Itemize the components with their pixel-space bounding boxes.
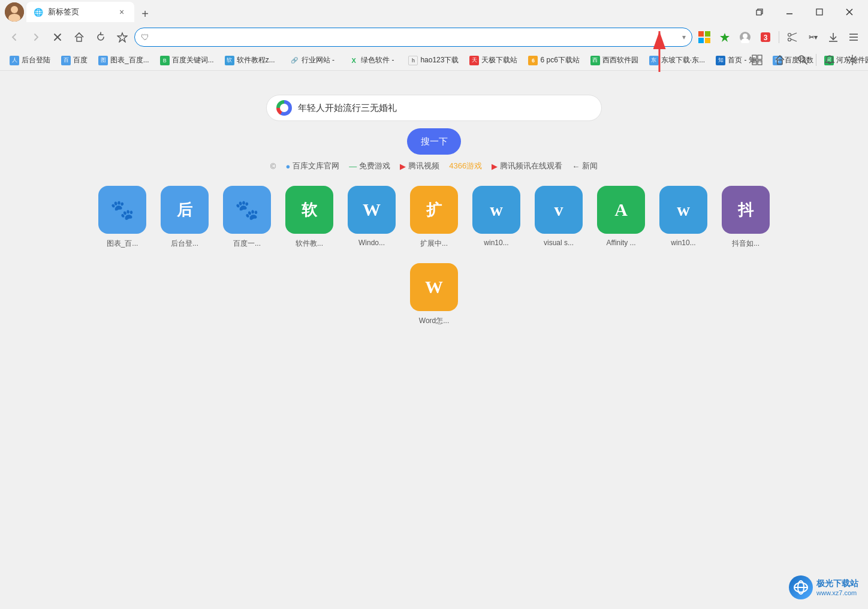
stop-reload-button[interactable] bbox=[48, 28, 67, 47]
search-top-button[interactable] bbox=[793, 50, 812, 70]
bookmark-tianji-label: 天极下载站 bbox=[481, 55, 517, 65]
quick-icon-windows: W bbox=[348, 186, 396, 234]
notifications-button[interactable] bbox=[820, 50, 839, 70]
download-button[interactable] bbox=[824, 28, 843, 47]
bookmark-baidu-kw[interactable]: B 百度关键词... bbox=[155, 53, 219, 67]
bookmark-hao123[interactable]: h hao123下载 bbox=[403, 53, 463, 67]
refresh-button[interactable] bbox=[91, 28, 110, 47]
bookmark-baidu-label: 百度 bbox=[73, 55, 88, 65]
quick-item-vscode[interactable]: v visual s... bbox=[535, 186, 583, 249]
quick-label-vscode: visual s... bbox=[544, 239, 574, 247]
menu-button[interactable] bbox=[844, 28, 863, 47]
scissors-button[interactable] bbox=[783, 28, 802, 47]
bookmark-baidu-icon: 百 bbox=[61, 56, 71, 65]
new-tab-button[interactable]: + bbox=[137, 5, 153, 22]
svg-rect-12 bbox=[698, 31, 704, 37]
quick-item-baidu[interactable]: 🐾 百度一... bbox=[223, 186, 271, 249]
back-button[interactable] bbox=[5, 28, 24, 47]
forward-button[interactable] bbox=[26, 28, 46, 47]
svg-point-23 bbox=[788, 38, 791, 41]
bookmark-dongpo[interactable]: 东 东坡下载·东... bbox=[644, 53, 710, 67]
bookmark-industry[interactable]: 🔗 行业网站 - bbox=[285, 53, 339, 67]
bookmark-pc6[interactable]: 6 6 pc6下载站 bbox=[523, 53, 584, 67]
bookmark-green[interactable]: X 绿色软件 - bbox=[344, 53, 399, 67]
tab-title: 新标签页 bbox=[48, 7, 111, 17]
restore-button[interactable] bbox=[746, 2, 773, 22]
quick-label-win10b: win10... bbox=[671, 239, 695, 247]
quick-label-word: Word怎... bbox=[419, 316, 449, 326]
svg-rect-10 bbox=[77, 37, 82, 41]
browser-window: 🌐 新标签页 × + bbox=[0, 0, 868, 609]
search-link-tencent-label: 腾讯视频 bbox=[408, 161, 439, 171]
svg-line-25 bbox=[791, 39, 797, 41]
home-button[interactable] bbox=[70, 28, 89, 47]
search-input[interactable] bbox=[298, 103, 592, 113]
quick-item-windows[interactable]: W Windo... bbox=[348, 186, 396, 249]
quick-icon-baidu: 🐾 bbox=[223, 186, 271, 234]
quick-label-win10a: win10... bbox=[484, 239, 508, 247]
3d-icon-button[interactable]: 3 bbox=[756, 28, 775, 47]
search-link-tencent-news[interactable]: ▶ 腾讯频讯在线观看 bbox=[492, 161, 562, 171]
address-dropdown-icon[interactable]: ▾ bbox=[682, 33, 686, 41]
search-box bbox=[266, 95, 602, 121]
quick-item-win10a[interactable]: w win10... bbox=[472, 186, 520, 249]
top-right-action-bar bbox=[748, 50, 862, 70]
search-link-4366-label: 4366游戏 bbox=[449, 161, 482, 171]
quick-item-ruanjian[interactable]: 软 软件教... bbox=[285, 186, 333, 249]
bookmark-star-button[interactable] bbox=[715, 28, 734, 47]
bookmarks-bar: 人 后台登陆 百 百度 图 图表_百度... B 百度关键词... 软 软件教程… bbox=[0, 50, 868, 71]
watermark-url: www.xz7.com bbox=[816, 589, 858, 596]
bookmark-tianji-icon: 天 bbox=[469, 56, 479, 65]
search-link-prefix: © bbox=[270, 162, 276, 171]
search-link-news[interactable]: ← 新闻 bbox=[572, 161, 598, 171]
quick-item-affinity[interactable]: A Affinity ... bbox=[597, 186, 645, 249]
quick-item-tubiao[interactable]: 🐾 图表_百... bbox=[98, 186, 146, 249]
search-engine-logo-inner bbox=[280, 104, 288, 112]
minimize-button[interactable] bbox=[776, 2, 803, 22]
search-link-game[interactable]: — 免费游戏 bbox=[349, 161, 390, 171]
bookmark-tubiao[interactable]: 图 图表_百度... bbox=[94, 53, 154, 67]
bookmark-zhihu-icon: 知 bbox=[716, 56, 725, 65]
title-bar: 🌐 新标签页 × + bbox=[0, 0, 868, 24]
favorite-button[interactable] bbox=[113, 28, 132, 47]
address-bar[interactable]: 🛡 ▾ bbox=[134, 28, 692, 47]
quick-item-word[interactable]: W Word怎... bbox=[410, 263, 458, 326]
quick-icon-houtai-symbol: 后 bbox=[177, 200, 192, 221]
quick-label-windows: Windo... bbox=[358, 239, 385, 247]
user-avatar-button[interactable] bbox=[736, 28, 755, 47]
search-link-baiku-label: 百库文库官网 bbox=[293, 161, 339, 171]
bookmark-houtai[interactable]: 人 后台登陆 bbox=[5, 53, 55, 67]
quick-item-houtai[interactable]: 后 后台登... bbox=[161, 186, 209, 249]
quick-item-extensions[interactable]: 扩 扩展中... bbox=[410, 186, 458, 249]
bookmark-houtai-label: 后台登陆 bbox=[22, 55, 50, 65]
quick-icon-tubiao: 🐾 bbox=[98, 186, 146, 234]
quick-label-ruanjian: 软件教... bbox=[296, 239, 323, 249]
watermark-logo: 极光下载站 www.xz7.com bbox=[789, 575, 858, 599]
tab-favicon: 🌐 bbox=[34, 8, 43, 17]
search-link-baiku[interactable]: ● 百库文库官网 bbox=[285, 161, 339, 171]
bookmark-software[interactable]: 软 软件教程z... bbox=[220, 53, 280, 67]
search-link-tencent[interactable]: ▶ 腾讯视频 bbox=[400, 161, 439, 171]
cut-button[interactable]: ✂▾ bbox=[803, 28, 822, 47]
close-button[interactable] bbox=[836, 2, 863, 22]
active-tab[interactable]: 🌐 新标签页 × bbox=[26, 2, 134, 22]
bookmark-industry-icon: 🔗 bbox=[290, 56, 299, 65]
ms-extensions-button[interactable] bbox=[695, 28, 714, 47]
bookmark-tianji[interactable]: 天 天极下载站 bbox=[465, 53, 522, 67]
quick-icon-ruanjian: 软 bbox=[285, 186, 333, 234]
search-link-4366[interactable]: 4366游戏 bbox=[449, 161, 482, 171]
home-top-button[interactable] bbox=[770, 50, 789, 70]
svg-point-38 bbox=[851, 58, 854, 62]
tab-close-button[interactable]: × bbox=[116, 7, 127, 17]
quick-icon-word-symbol: W bbox=[425, 277, 443, 297]
maximize-button[interactable] bbox=[806, 2, 833, 22]
address-input[interactable] bbox=[153, 33, 679, 42]
settings-top-button[interactable] bbox=[843, 50, 862, 70]
bookmark-baidu[interactable]: 百 百度 bbox=[56, 53, 92, 67]
quick-item-douyin[interactable]: 抖 抖音如... bbox=[722, 186, 770, 249]
quick-item-win10b[interactable]: w win10... bbox=[659, 186, 707, 249]
grid-view-button[interactable] bbox=[748, 50, 767, 70]
bookmark-xixi[interactable]: 西 西西软件园 bbox=[586, 53, 643, 67]
search-button[interactable]: 搜一下 bbox=[407, 128, 461, 155]
svg-line-37 bbox=[804, 61, 807, 64]
